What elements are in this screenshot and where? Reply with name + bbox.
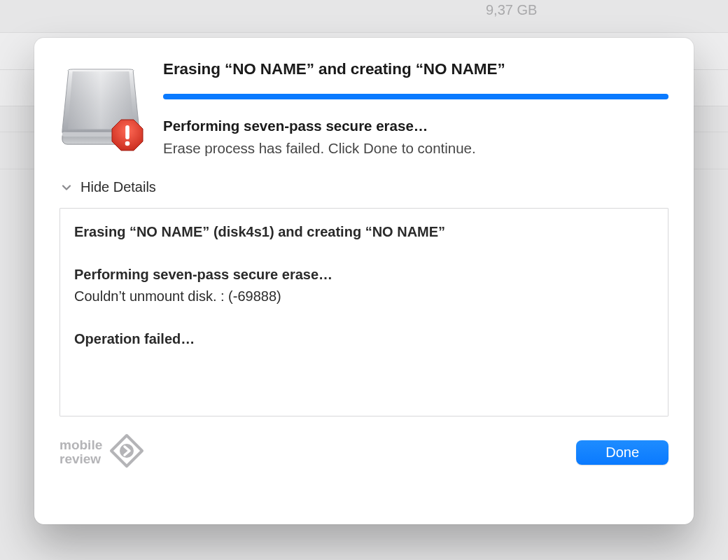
diamond-arrow-icon xyxy=(109,433,144,471)
details-log: Erasing “NO NAME” (disk4s1) and creating… xyxy=(59,208,668,416)
dialog-title: Erasing “NO NAME” and creating “NO NAME” xyxy=(163,60,668,78)
status-text: Performing seven-pass secure erase… xyxy=(163,118,668,134)
svg-point-4 xyxy=(125,141,130,146)
log-line: Couldn’t unmount disk. : (-69888) xyxy=(74,286,654,307)
message-text: Erase process has failed. Click Done to … xyxy=(163,140,668,157)
hide-details-toggle[interactable]: Hide Details xyxy=(59,179,668,195)
erase-dialog-sheet: Erasing “NO NAME” and creating “NO NAME”… xyxy=(34,38,694,524)
watermark-line2: review xyxy=(59,452,102,466)
alert-octagon-icon xyxy=(110,118,145,153)
details-toggle-label: Hide Details xyxy=(80,179,156,195)
done-button[interactable]: Done xyxy=(576,440,668,465)
svg-point-6 xyxy=(120,444,134,458)
log-line: Performing seven-pass secure erase… xyxy=(74,264,654,286)
chevron-down-icon xyxy=(61,182,72,193)
disk-icon xyxy=(59,60,144,150)
log-line: Erasing “NO NAME” (disk4s1) and creating… xyxy=(74,221,654,243)
log-line: Operation failed… xyxy=(74,328,654,350)
watermark-line1: mobile xyxy=(59,438,102,452)
background-size-text: 9,37 GB xyxy=(486,2,537,18)
watermark: mobile review xyxy=(59,433,144,471)
svg-rect-3 xyxy=(125,125,130,139)
progress-bar xyxy=(163,94,668,99)
